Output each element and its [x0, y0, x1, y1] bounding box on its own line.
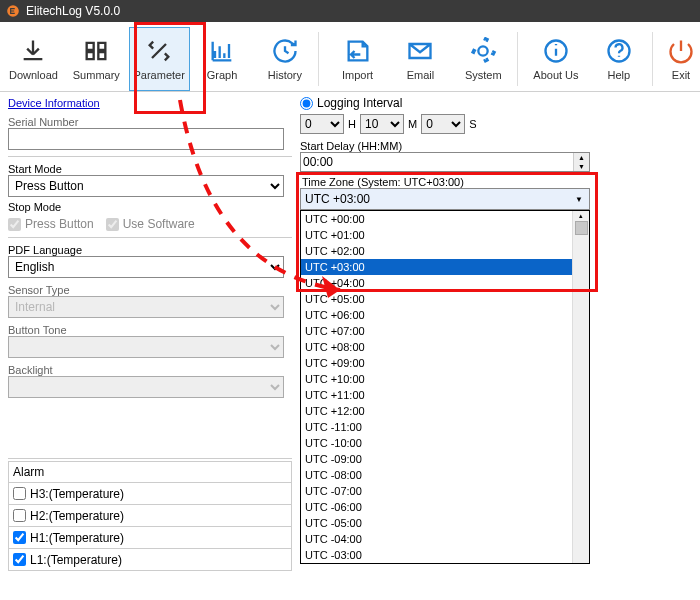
logging-interval-radio[interactable]	[300, 97, 313, 110]
sensor-type-select: Internal	[8, 296, 284, 318]
download-icon	[19, 37, 47, 65]
graph-icon	[208, 37, 236, 65]
about-label: About Us	[533, 69, 578, 81]
timezone-value: UTC +03:00	[305, 192, 370, 206]
timezone-option[interactable]: UTC +00:00	[301, 211, 589, 227]
timezone-option[interactable]: UTC +08:00	[301, 339, 589, 355]
parameter-label: Parameter	[134, 69, 185, 81]
title-bar: ElitechLog V5.0.0	[0, 0, 700, 22]
interval-minutes[interactable]: 10	[360, 114, 404, 134]
timezone-option[interactable]: UTC -09:00	[301, 451, 589, 467]
history-icon	[271, 37, 299, 65]
timezone-option[interactable]: UTC -10:00	[301, 435, 589, 451]
timezone-option[interactable]: UTC +12:00	[301, 403, 589, 419]
interval-seconds[interactable]: 0	[421, 114, 465, 134]
alarm-h3-label: H3:(Temperature)	[30, 487, 124, 501]
alarm-h3-row[interactable]: H3:(Temperature)	[8, 483, 292, 505]
start-delay-input[interactable]: 00:00 ▲▼	[300, 152, 590, 172]
chevron-down-icon: ▼	[575, 195, 583, 204]
interval-seconds-unit: S	[469, 118, 476, 130]
help-label: Help	[608, 69, 631, 81]
start-mode-select[interactable]: Press Button	[8, 175, 284, 197]
start-delay-spinner[interactable]: ▲▼	[573, 153, 589, 171]
timezone-option[interactable]: UTC +11:00	[301, 387, 589, 403]
backlight-select	[8, 376, 284, 398]
button-tone-label: Button Tone	[8, 324, 292, 336]
summary-icon	[82, 37, 110, 65]
alarm-h3-checkbox[interactable]	[13, 487, 26, 500]
interval-hours-unit: H	[348, 118, 356, 130]
alarm-h2-label: H2:(Temperature)	[30, 509, 124, 523]
parameter-icon	[145, 37, 173, 65]
timezone-option[interactable]: UTC +02:00	[301, 243, 589, 259]
sensor-type-label: Sensor Type	[8, 284, 292, 296]
timezone-option[interactable]: UTC +03:00	[301, 259, 589, 275]
alarm-h2-row[interactable]: H2:(Temperature)	[8, 505, 292, 527]
history-label: History	[268, 69, 302, 81]
interval-minutes-unit: M	[408, 118, 417, 130]
alarm-l1-row[interactable]: L1:(Temperature)	[8, 549, 292, 571]
system-label: System	[465, 69, 502, 81]
serial-number-input[interactable]	[8, 128, 284, 150]
app-icon	[6, 4, 20, 18]
timezone-option[interactable]: UTC -11:00	[301, 419, 589, 435]
email-button[interactable]: Email	[391, 28, 450, 90]
exit-button[interactable]: Exit	[662, 28, 700, 90]
pdf-language-label: PDF Language	[8, 244, 292, 256]
alarm-l1-label: L1:(Temperature)	[30, 553, 122, 567]
timezone-option[interactable]: UTC +05:00	[301, 291, 589, 307]
about-button[interactable]: About Us	[527, 28, 586, 90]
power-icon	[667, 37, 695, 65]
import-label: Import	[342, 69, 373, 81]
stop-mode-label: Stop Mode	[8, 201, 292, 213]
serial-number-label: Serial Number	[8, 116, 292, 128]
email-label: Email	[407, 69, 435, 81]
interval-hours[interactable]: 0	[300, 114, 344, 134]
timezone-scrollbar[interactable]: ▴	[572, 211, 589, 563]
timezone-option[interactable]: UTC +09:00	[301, 355, 589, 371]
divider	[8, 156, 292, 157]
divider	[8, 237, 292, 238]
timezone-option[interactable]: UTC -06:00	[301, 499, 589, 515]
start-delay-label: Start Delay (HH:MM)	[300, 140, 698, 152]
import-button[interactable]: Import	[328, 28, 387, 90]
timezone-option[interactable]: UTC +04:00	[301, 275, 589, 291]
summary-label: Summary	[73, 69, 120, 81]
system-button[interactable]: System	[454, 28, 513, 90]
scroll-up-icon[interactable]: ▴	[573, 211, 589, 221]
timezone-option[interactable]: UTC -08:00	[301, 467, 589, 483]
alarm-h2-checkbox[interactable]	[13, 509, 26, 522]
timezone-option[interactable]: UTC +01:00	[301, 227, 589, 243]
scrollbar-thumb[interactable]	[575, 221, 588, 235]
graph-label: Graph	[207, 69, 238, 81]
left-panel: Device Information Serial Number Start M…	[0, 92, 294, 598]
timezone-option[interactable]: UTC -07:00	[301, 483, 589, 499]
button-tone-select	[8, 336, 284, 358]
toolbar: Download Summary Parameter Graph History…	[0, 22, 700, 92]
download-button[interactable]: Download	[4, 28, 63, 90]
stop-press-button-label: Press Button	[25, 217, 94, 231]
parameter-button[interactable]: Parameter	[130, 28, 189, 90]
summary-button[interactable]: Summary	[67, 28, 126, 90]
timezone-label: Time Zone (System: UTC+03:00)	[300, 176, 698, 188]
alarm-h1-label: H1:(Temperature)	[30, 531, 124, 545]
info-icon	[542, 37, 570, 65]
email-icon	[406, 37, 434, 65]
alarm-l1-checkbox[interactable]	[13, 553, 26, 566]
graph-button[interactable]: Graph	[193, 28, 252, 90]
help-button[interactable]: Help	[589, 28, 648, 90]
timezone-option[interactable]: UTC -03:00	[301, 547, 589, 563]
timezone-option[interactable]: UTC +10:00	[301, 371, 589, 387]
timezone-option[interactable]: UTC -05:00	[301, 515, 589, 531]
history-button[interactable]: History	[256, 28, 315, 90]
alarm-h1-checkbox[interactable]	[13, 531, 26, 544]
stop-use-software-label: Use Software	[123, 217, 195, 231]
timezone-dropdown[interactable]: UTC +00:00UTC +01:00UTC +02:00UTC +03:00…	[300, 210, 590, 564]
pdf-language-select[interactable]: English	[8, 256, 284, 278]
timezone-option[interactable]: UTC +07:00	[301, 323, 589, 339]
right-panel: Logging Interval 0 H 10 M 0 S Start Dela…	[294, 92, 700, 598]
alarm-h1-row[interactable]: H1:(Temperature)	[8, 527, 292, 549]
timezone-option[interactable]: UTC +06:00	[301, 307, 589, 323]
timezone-select[interactable]: UTC +03:00 ▼	[300, 188, 590, 210]
timezone-option[interactable]: UTC -04:00	[301, 531, 589, 547]
